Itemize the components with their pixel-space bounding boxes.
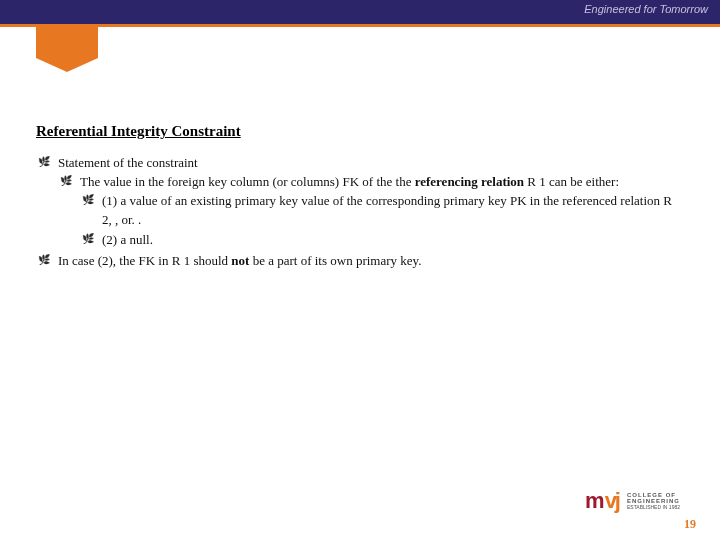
bullet-list: Statement of the constraint The value in…: [36, 154, 684, 271]
bullet-text: (2) a null.: [102, 232, 153, 247]
bullet-text: The value in the foreign key column (or …: [80, 174, 415, 189]
bullet-text: In case (2), the FK in R 1 should: [58, 253, 231, 268]
logo-line: ESTABLISHED IN 1982: [627, 505, 680, 511]
page-number: 19: [684, 517, 696, 532]
logo-subtext: COLLEGE OF ENGINEERING ESTABLISHED IN 19…: [627, 492, 680, 511]
bullet-text: be a part of its own primary key.: [249, 253, 421, 268]
slide-content: Referential Integrity Constraint Stateme…: [0, 27, 720, 271]
tagline: Engineered for Tomorrow: [584, 3, 708, 15]
header-bar: Engineered for Tomorrow: [0, 0, 720, 24]
college-logo: mvj COLLEGE OF ENGINEERING ESTABLISHED I…: [585, 488, 680, 514]
list-item: In case (2), the FK in R 1 should not be…: [36, 252, 684, 271]
bullet-bold: referencing relation: [415, 174, 524, 189]
bullet-bold: not: [231, 253, 249, 268]
logo-letter-vj: vj: [605, 488, 619, 514]
bullet-text: (1) a value of an existing primary key v…: [102, 193, 672, 227]
corner-tab: [36, 24, 98, 58]
list-item: The value in the foreign key column (or …: [58, 173, 684, 250]
slide-title: Referential Integrity Constraint: [36, 123, 684, 140]
bullet-text: Statement of the constraint: [58, 155, 198, 170]
list-item: Statement of the constraint The value in…: [36, 154, 684, 250]
list-item: (2) a null.: [80, 231, 684, 250]
bullet-text: R 1 can be either:: [524, 174, 619, 189]
logo-letter-m: m: [585, 488, 604, 514]
logo-line: COLLEGE OF: [627, 492, 680, 499]
list-item: (1) a value of an existing primary key v…: [80, 192, 684, 230]
